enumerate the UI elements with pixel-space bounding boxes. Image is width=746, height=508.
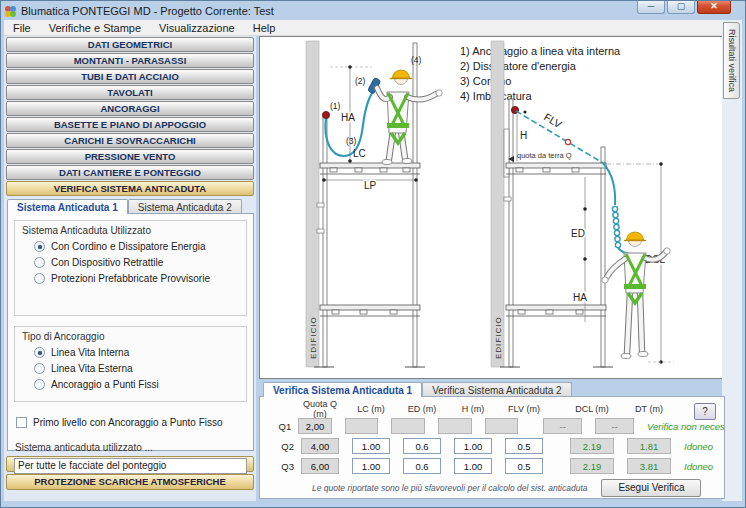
status-text: Idoneo <box>684 461 713 472</box>
standing-worker: (4) <box>377 55 442 165</box>
nav-ancoraggi[interactable]: ANCORAGGI <box>6 101 254 116</box>
nav-tubi-dati-acciaio[interactable]: TUBI E DATI ACCIAIO <box>6 69 254 84</box>
flv-label: FLV <box>542 110 564 130</box>
col-quota: Quota Q (m) <box>301 399 339 419</box>
radio-icon[interactable] <box>34 241 45 252</box>
menu-verifiche-e-stampe[interactable]: Verifiche e Stampe <box>40 21 150 35</box>
close-button[interactable]: ✕ <box>697 0 731 14</box>
building-label: EDIFICIO <box>494 316 503 359</box>
radio-linea-vita-esterna[interactable]: Linea Vita Esterna <box>34 363 239 374</box>
radio-icon[interactable] <box>34 257 45 268</box>
nav-verifica-sistema-anticaduta[interactable]: VERIFICA SISTEMA ANTICADUTA <box>6 181 254 196</box>
dcl-value: 2.19 <box>570 458 614 474</box>
table-header-row: Quota Q (m) LC (m) ED (m) H (m) FLV (m) … <box>272 401 724 416</box>
minimize-button[interactable]: ─ <box>637 0 665 14</box>
radio-icon[interactable] <box>34 347 45 358</box>
col-ed: ED (m) <box>403 404 441 414</box>
nav-basette-piano-appoggio[interactable]: BASETTE E PIANO DI APPOGGIO <box>6 117 254 132</box>
ha-label: HA <box>341 112 355 123</box>
status-text: Idoneo <box>684 441 713 452</box>
lc-input[interactable]: 1.00 <box>352 438 390 454</box>
nav-dati-cantiere-ponteggio[interactable]: DATI CANTIERE E PONTEGGIO <box>6 165 254 180</box>
title-bar[interactable]: Blumatica PONTEGGI MD - Progetto Corrent… <box>4 3 742 19</box>
dissipator-label: (2) <box>355 76 366 86</box>
verify-panel: Verifica Sistema Anticaduta 1 Verifica S… <box>259 382 725 502</box>
sistema-tabs: Sistema Anticaduta 1 Sistema Anticaduta … <box>7 199 254 214</box>
flv-input <box>485 418 519 434</box>
nav-montanti-parasassi[interactable]: MONTANTI - PARASASSI <box>6 53 254 68</box>
radio-protezioni-prefabbricate[interactable]: Protezioni Prefabbricate Provvisorie <box>34 273 239 284</box>
group-title: Sistema Anticaduta Utilizzato <box>22 225 239 236</box>
radio-icon[interactable] <box>34 273 45 284</box>
dt-value: 3.81 <box>627 458 671 474</box>
window-title: Blumatica PONTEGGI MD - Progetto Corrent… <box>21 5 274 17</box>
col-lc: LC (m) <box>352 404 390 414</box>
dcl-value: -- <box>543 418 582 434</box>
nav-pressione-vento[interactable]: PRESSIONE VENTO <box>6 149 254 164</box>
lc-label: LC <box>353 148 366 159</box>
menu-help[interactable]: Help <box>244 21 285 35</box>
sistema-utilizzato-label: Sistema anticaduta utilizzato ... <box>15 442 247 453</box>
radio-con-cordino-dissipatore[interactable]: Con Cordino e Dissipatore Energia <box>34 241 239 252</box>
tab-sistema-anticaduta-1[interactable]: Sistema Anticaduta 1 <box>7 199 128 214</box>
ed-label: ED <box>571 228 585 239</box>
tab-verifica-sistema-anticaduta-1[interactable]: Verifica Sistema Anticaduta 1 <box>263 382 422 397</box>
footnote: Le quote riportate sono le più sfavorevo… <box>312 483 587 493</box>
help-button[interactable]: ? <box>694 403 716 420</box>
col-flv: FLV (m) <box>505 404 543 414</box>
app-window: Blumatica PONTEGGI MD - Progetto Corrent… <box>0 0 746 508</box>
flv-input[interactable]: 0.5 <box>505 438 543 454</box>
radio-icon[interactable] <box>34 379 45 390</box>
helmet-icon <box>627 232 644 240</box>
tab-verifica-sistema-anticaduta-2[interactable]: Verifica Sistema Anticaduta 2 <box>422 382 572 397</box>
esegui-verifica-button[interactable]: Esegui Verifica <box>601 479 701 497</box>
sidebar: DATI GEOMETRICI MONTANTI - PARASASSI TUB… <box>4 36 256 501</box>
nav-tavolati[interactable]: TAVOLATI <box>6 85 254 100</box>
quota-value: 2,00 <box>298 418 332 434</box>
ed-input[interactable]: 0.6 <box>403 458 441 474</box>
col-dcl: DCL (m) <box>570 404 614 414</box>
menu-visualizzazione[interactable]: Visualizzazione <box>150 21 244 35</box>
h-input[interactable]: 1.00 <box>454 438 492 454</box>
verify-table: ? Quota Q (m) LC (m) ED (m) H (m) FLV (m… <box>259 396 725 499</box>
checkbox-primo-livello[interactable]: Primo livello con Ancoraggio a Punto Fis… <box>16 417 247 428</box>
sistema-utilizzato-input[interactable] <box>14 458 247 474</box>
menu-file[interactable]: File <box>4 21 40 35</box>
ed-input <box>391 418 425 434</box>
dt-value: 1.81 <box>627 438 671 454</box>
dt-value: -- <box>595 418 634 434</box>
quota-value: 6,00 <box>301 458 339 474</box>
legend-line-2: 2) Dissipatore d'energia <box>460 60 577 72</box>
ed-input[interactable]: 0.6 <box>403 438 441 454</box>
checkbox-icon[interactable] <box>16 417 27 428</box>
building-label: EDIFICIO <box>309 316 318 359</box>
tab-sistema-anticaduta-2[interactable]: Sistema Anticaduta 2 <box>128 199 242 214</box>
protezione-scariche-atmosferiche-button[interactable]: PROTEZIONE SCARICHE ATMOSFERICHE <box>6 474 254 490</box>
row-label: Q2 <box>272 441 294 452</box>
nav-dati-geometrici[interactable]: DATI GEOMETRICI <box>6 37 254 52</box>
risultati-verifica-tab[interactable]: Risultati verifica <box>723 22 740 99</box>
flv-input[interactable]: 0.5 <box>505 458 543 474</box>
nav-carichi-sovraccarichi[interactable]: CARICHI E SOVRACCARICHI <box>6 133 254 148</box>
maximize-button[interactable]: ▢ <box>667 0 695 14</box>
radio-icon[interactable] <box>34 363 45 374</box>
table-row-q1: Q1 2,00 -- -- Verifica non necessa <box>272 416 724 436</box>
app-icon <box>4 5 17 18</box>
anchor-label: (1) <box>330 101 341 111</box>
row-label: Q1 <box>272 421 291 432</box>
harness-label: (4) <box>411 55 422 65</box>
quota-value: 4,00 <box>301 438 339 454</box>
verify-footer: Le quote riportate sono le più sfavorevo… <box>272 479 724 497</box>
radio-con-dispositivo-retrattile[interactable]: Con Dispositivo Retrattile <box>34 257 239 268</box>
group-title: Tipo di Ancoraggio <box>22 331 239 342</box>
helmet-icon <box>393 70 410 78</box>
menu-bar: File Verifiche e Stampe Visualizzazione … <box>4 20 722 36</box>
anticaduta-diagram: 1) Ancoraggio a linea vita interna 2) Di… <box>260 37 724 378</box>
lc-input[interactable]: 1.00 <box>352 458 390 474</box>
left-scaffold: EDIFICIO <box>306 41 442 367</box>
h-input[interactable]: 1.00 <box>454 458 492 474</box>
status-text: Verifica non necessa <box>647 421 724 432</box>
col-dt: DT (m) <box>627 404 671 414</box>
radio-ancoraggio-punti-fissi[interactable]: Ancoraggio a Punti Fissi <box>34 379 239 390</box>
radio-linea-vita-interna[interactable]: Linea Vita Interna <box>34 347 239 358</box>
